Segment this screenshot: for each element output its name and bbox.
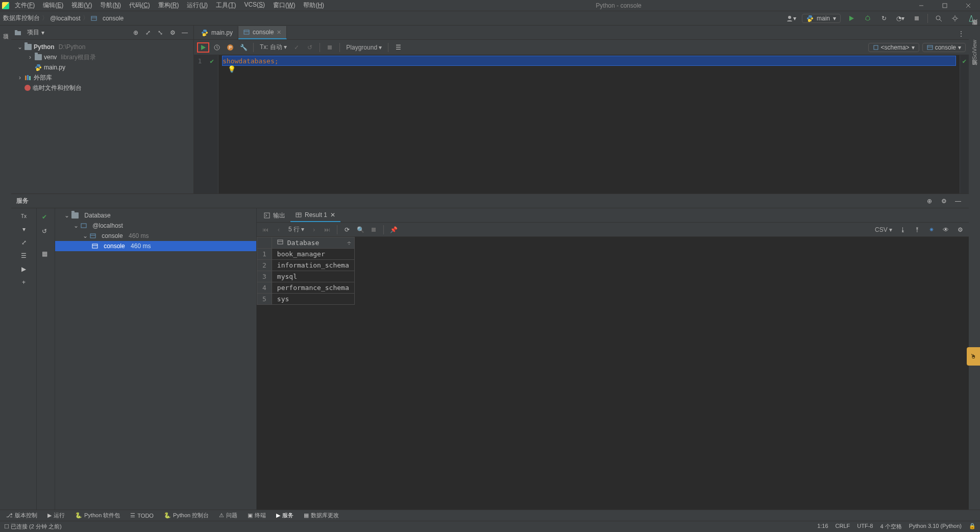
prev-page-icon[interactable]: ‹ (273, 224, 284, 235)
run-button[interactable] (846, 13, 857, 24)
session-selector[interactable]: console ▾ (922, 43, 966, 52)
minimize-button[interactable] (910, 0, 933, 11)
close-tab-icon[interactable]: ✕ (277, 29, 281, 36)
btab-dbchanges[interactable]: ▦ 数据库更改 (300, 511, 343, 520)
history-icon[interactable] (211, 42, 223, 53)
preview-icon[interactable]: 🔍 (355, 224, 366, 235)
svc-console-item[interactable]: console 460 ms (55, 241, 256, 251)
project-tree[interactable]: ⌄ Python D:\Python › venv library根目录 mai… (11, 40, 193, 95)
tab-mainpy[interactable]: main.py (196, 26, 238, 39)
first-page-icon[interactable]: ⏮ (260, 224, 271, 235)
view-icon[interactable]: 👁 (940, 224, 951, 235)
format-icon[interactable]: ☰ (393, 42, 404, 53)
crumb-2[interactable]: console (91, 15, 124, 22)
sidebar-settings-icon[interactable]: ⚙ (167, 27, 178, 38)
layout-icon[interactable]: ▦ (39, 248, 50, 259)
menu-code[interactable]: 代码(C) (126, 0, 154, 11)
result-settings-icon[interactable]: ⚙ (954, 224, 966, 235)
lock-icon[interactable]: 🔒 (969, 523, 976, 530)
collapse-icon[interactable]: ⤡ (155, 27, 166, 38)
pin-icon[interactable]: 📌 (388, 224, 399, 235)
tree-item-mainpy[interactable]: main.py (11, 62, 193, 72)
tab-console[interactable]: console ✕ (238, 26, 287, 39)
tree-scratches[interactable]: 临时文件和控制台 (11, 83, 193, 93)
profile-button[interactable]: ◔▾ (895, 13, 906, 24)
menu-refactor[interactable]: 重构(R) (155, 0, 183, 11)
menu-tools[interactable]: 工具(T) (212, 0, 239, 11)
crumb-1[interactable]: @localhost (50, 15, 81, 22)
btab-vcs[interactable]: ⎇ 版本控制 (2, 511, 41, 520)
rollback-icon[interactable]: ↺ (304, 42, 315, 53)
btab-pyconsole[interactable]: 🐍 Python 控制台 (160, 511, 213, 520)
services-tree[interactable]: ⌄ Database ⌄ @localhost ⌄ console 460 ms… (55, 208, 257, 510)
status-position[interactable]: 1:16 (817, 523, 828, 530)
cancel-run-icon[interactable] (324, 42, 335, 53)
btab-todo[interactable]: ☰ TODO (126, 511, 158, 520)
tx-mode-selector[interactable]: Tx: 自动 ▾ (258, 43, 289, 52)
download-icon[interactable]: ⭳ (897, 224, 909, 235)
close-button[interactable] (957, 0, 980, 11)
btab-problems[interactable]: ⚠ 问题 (215, 511, 241, 520)
user-icon[interactable]: ▾ (786, 13, 797, 24)
coverage-button[interactable]: ↻ (878, 13, 890, 24)
database-tool-tab[interactable]: 数据库 (970, 28, 979, 32)
status-eol[interactable]: CRLF (836, 523, 850, 530)
commit-icon[interactable]: ✓ (291, 42, 302, 53)
run-config-selector[interactable]: main ▾ (802, 14, 841, 23)
tab-more-icon[interactable]: ⋮ (958, 28, 969, 39)
btab-services[interactable]: ▶ 服务 (272, 511, 298, 520)
upload-icon[interactable]: ⭱ (912, 224, 923, 235)
crumb-0[interactable]: 数据库控制台 (3, 14, 40, 22)
menu-window[interactable]: 窗口(W) (270, 0, 299, 11)
menu-vcs[interactable]: VCS(S) (240, 0, 268, 11)
export-format[interactable]: CSV ▾ (873, 226, 894, 233)
compare-icon[interactable]: ✷ (926, 224, 937, 235)
tree-item-venv[interactable]: › venv library根目录 (11, 52, 193, 62)
add-svc-icon[interactable]: + (18, 277, 30, 288)
maximize-button[interactable] (933, 0, 957, 11)
expand-icon[interactable]: ⤢ (142, 27, 154, 38)
reload-icon[interactable]: ⟳ (341, 224, 353, 235)
revert-icon[interactable]: ↺ (39, 226, 50, 237)
rows-count[interactable]: 5 行 ▾ (286, 225, 306, 234)
svc-console-group[interactable]: ⌄ console 460 ms (55, 231, 256, 241)
filter-icon[interactable]: ▾ (18, 224, 30, 235)
expand-all-icon[interactable]: ⤢ (18, 237, 30, 248)
debug-button[interactable] (862, 13, 873, 24)
menu-run[interactable]: 运行(U) (183, 0, 211, 11)
settings-icon[interactable] (949, 13, 961, 24)
btab-run[interactable]: ▶ 运行 (43, 511, 69, 520)
side-notch-icon[interactable]: 🖱 (967, 347, 980, 366)
status-interpreter[interactable]: Python 3.10 (Python) (909, 523, 962, 530)
group-icon[interactable]: ☰ (18, 250, 30, 261)
cww-icon[interactable] (966, 13, 977, 24)
result-tab-output[interactable]: 输出 (259, 209, 290, 222)
menu-navigate[interactable]: 导航(N) (96, 0, 125, 11)
bulb-icon[interactable]: 💡 (228, 65, 236, 73)
schema-selector[interactable]: <schema> ▾ (868, 43, 919, 52)
hide-panel-icon[interactable]: — (952, 196, 964, 207)
services-settings-icon[interactable]: ⚙ (938, 196, 949, 207)
next-page-icon[interactable]: › (308, 224, 320, 235)
close-result-icon[interactable]: ✕ (330, 211, 335, 219)
locate-service-icon[interactable]: ⊕ (924, 196, 935, 207)
notifications-tool-tab[interactable]: 通知 (970, 68, 979, 72)
run-svc-icon[interactable]: ▶ (18, 263, 30, 275)
stop-button[interactable] (911, 13, 922, 24)
apply-icon[interactable]: ✔ (39, 211, 50, 223)
project-root[interactable]: ⌄ Python D:\Python (11, 42, 193, 52)
project-dropdown[interactable]: 项目 ▾ (14, 28, 44, 37)
result-tab-1[interactable]: Result 1✕ (290, 209, 340, 222)
menu-edit[interactable]: 编辑(E) (39, 0, 67, 11)
search-icon[interactable] (933, 13, 944, 24)
sciview-tool-tab[interactable]: SciView (970, 38, 978, 62)
p-badge-icon[interactable]: P (225, 42, 236, 53)
code-editor[interactable]: 1 ✔ show databases; 💡 ✔ (194, 55, 969, 194)
status-encoding[interactable]: UTF-8 (857, 523, 873, 530)
tx-button[interactable]: Tx (18, 210, 30, 222)
menu-help[interactable]: 帮助(H) (300, 0, 328, 11)
btab-terminal[interactable]: ▣ 终端 (243, 511, 270, 520)
playground-selector[interactable]: Playground ▾ (344, 44, 384, 51)
wrench-icon[interactable]: 🔧 (238, 42, 249, 53)
locate-icon[interactable]: ⊕ (130, 27, 141, 38)
